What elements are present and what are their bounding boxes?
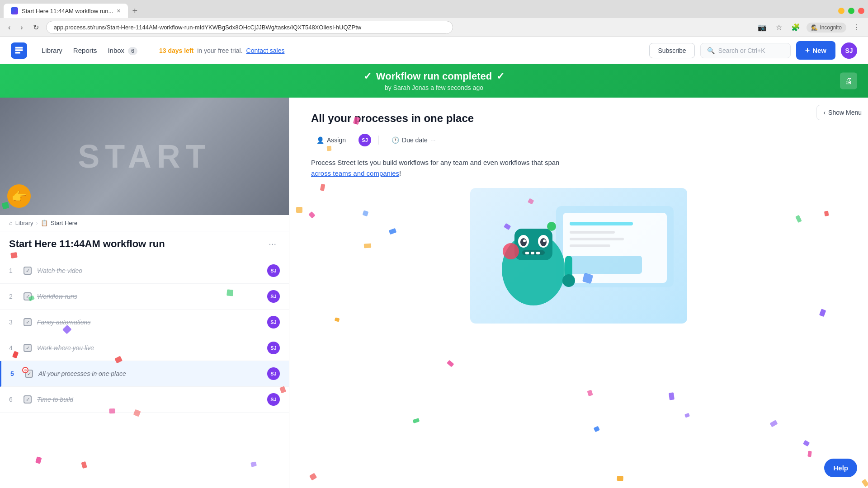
assignee-avatar[interactable]: SJ [359,134,371,146]
task-avatar-6: SJ [267,393,280,406]
app-logo[interactable] [11,42,27,59]
svg-rect-16 [525,252,529,254]
task-name-3: Fancy automations [37,319,262,326]
tab-title: Start Here 11:44AM workflow run... [22,8,113,14]
task-number-6: 6 [9,396,18,403]
task-row-4[interactable]: 4 Work where you live SJ [0,335,289,361]
contact-sales-link[interactable]: Contact sales [246,47,285,54]
robot-svg [475,192,683,319]
task-error-icon-5: ⊘ [22,367,28,373]
task-avatar-2: SJ [267,290,280,303]
svg-point-20 [562,274,575,287]
robot-illustration [311,188,846,324]
tab-close-icon[interactable]: × [117,7,120,14]
new-button[interactable]: + New [796,41,835,60]
task-avatar-3: SJ [267,316,280,328]
task-meta: 👤 Assign SJ 🕐 Due date ··· [311,134,846,146]
task-checkbox-1[interactable] [24,267,32,275]
app-header: Library Reports Inbox 6 13 days left in … [0,37,868,64]
check-icon-2: ✓ [496,70,505,82]
task-checkbox-wrapper-5: ⊘ [25,370,33,378]
nav-inbox[interactable]: Inbox 6 [108,47,137,54]
svg-point-14 [543,239,546,242]
task-checkbox-3[interactable] [24,318,32,326]
bookmark-icon[interactable]: ☆ [773,21,785,33]
task-number-3: 3 [9,319,18,326]
description-end: ! [399,169,401,177]
check-icon: ✓ [363,70,372,82]
browser-chrome: Start Here 11:44AM workflow run... × + ‹… [0,0,868,37]
task-avatar-1: SJ [267,264,280,277]
nav-library[interactable]: Library [42,47,62,54]
header-actions: Subscribe 🔍 Search or Ctrl+K + New SJ [649,41,857,60]
back-button[interactable]: ‹ [5,22,13,33]
home-icon: ⌂ [9,220,13,226]
workflow-title: Start Here 11:44AM workflow run [9,238,261,250]
logo-icon [14,46,24,56]
task-description: Process Street lets you build workflows … [311,157,846,179]
svg-point-21 [503,243,519,259]
refresh-button[interactable]: ↻ [30,21,42,33]
breadcrumb-library[interactable]: Library [15,220,33,226]
forward-button[interactable]: › [18,22,25,33]
banner-subtitle: by Sarah Jonas a few seconds ago [6,84,862,91]
incognito-badge: 🕵 Incognito [807,23,846,33]
more-options-button[interactable]: ··· [265,237,280,251]
completion-banner: ✓ Workflow run completed ✓ by Sarah Jona… [0,64,868,98]
search-icon: 🔍 [707,47,715,54]
task-heading: All your processes in one place [311,112,846,125]
task-checkbox-6[interactable] [24,395,32,404]
svg-rect-18 [536,252,540,254]
header-bg: START [0,98,289,215]
task-checkbox-2[interactable] [24,292,32,300]
task-name-1: Watch the video [37,267,262,274]
subscribe-button[interactable]: Subscribe [649,43,694,58]
task-avatar-4: SJ [267,342,280,354]
task-row-6[interactable]: 6 Time to build SJ [0,387,289,413]
window-minimize-button[interactable] [838,8,844,14]
task-name-4: Work where you live [37,344,262,352]
description-text: Process Street lets you build workflows … [311,159,559,166]
task-avatar-5: SJ [267,367,280,380]
due-date-button[interactable]: 🕐 Due date ··· [386,134,441,146]
task-name-5: All your processes in one place [38,370,262,377]
svg-rect-17 [531,252,534,254]
svg-rect-2 [570,222,633,225]
svg-point-22 [547,222,556,231]
task-number-1: 1 [9,267,18,274]
incognito-icon: 🕵 [811,24,818,31]
window-maximize-button[interactable] [848,8,854,14]
search-box[interactable]: 🔍 Search or Ctrl+K [700,43,791,58]
task-number-2: 2 [9,293,18,300]
workflow-icon: 📋 [41,220,48,226]
due-date-label: Due date [402,136,428,144]
task-name-2: Workflow runs [37,293,262,300]
robot-image [470,188,687,324]
task-row-2[interactable]: 2 Workflow runs SJ [0,284,289,310]
help-button[interactable]: Help [824,459,857,477]
description-link[interactable]: across teams and companies [311,169,399,177]
task-checkbox-4[interactable] [24,344,32,352]
trial-text-suffix: in your free trial. [197,47,242,54]
user-avatar[interactable]: SJ [841,42,857,59]
right-panel: ‹ Show Menu All your processes in one pl… [289,98,868,488]
new-tab-button[interactable]: + [129,4,142,18]
show-menu-button[interactable]: ‹ Show Menu [816,105,868,120]
main-nav: Library Reports Inbox 6 [42,47,137,54]
hand-icon: 👉 [7,184,31,208]
address-bar[interactable]: app.process.st/runs/Start-Here-1144AM-wo… [46,21,453,34]
camera-icon[interactable]: 📷 [755,21,769,33]
assign-person-icon: 👤 [316,136,324,144]
nav-reports[interactable]: Reports [73,47,97,54]
task-row-1[interactable]: 1 Watch the video SJ [0,258,289,284]
workflow-title-row: Start Here 11:44AM workflow run ··· [0,231,289,256]
task-row-3[interactable]: 3 Fancy automations SJ [0,310,289,335]
active-tab[interactable]: Start Here 11:44AM workflow run... × [4,4,128,18]
trial-days: 13 days left [159,47,193,54]
extensions-icon[interactable]: 🧩 [788,21,803,33]
window-close-button[interactable] [858,8,864,14]
task-row-5[interactable]: 5 ⊘ All your processes in one place SJ [0,361,289,387]
task-list: 1 Watch the video SJ 2 Workflow runs SJ … [0,256,289,488]
more-options-icon[interactable]: ⋮ [850,21,863,33]
assign-button[interactable]: 👤 Assign [311,134,351,146]
